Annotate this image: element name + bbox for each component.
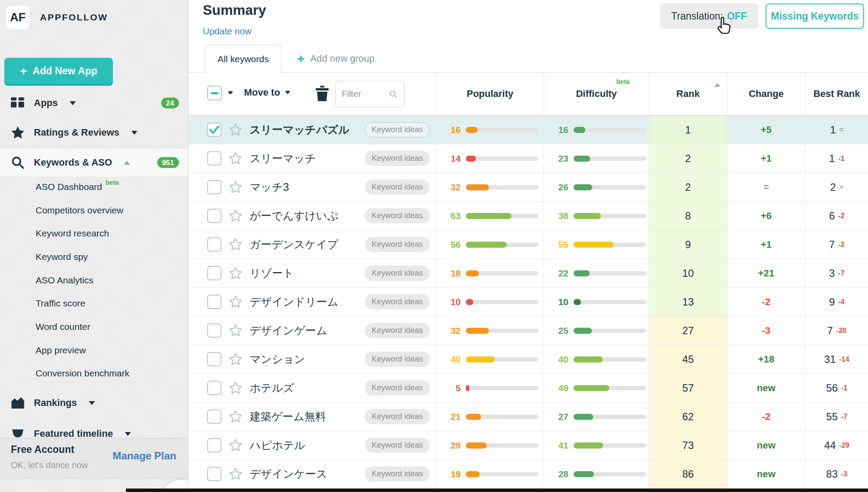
popularity-value: 10	[441, 297, 461, 307]
row-checkbox[interactable]	[207, 151, 221, 166]
apps-count-badge: 24	[161, 98, 179, 109]
submenu-item-app-preview[interactable]: App preview	[36, 339, 183, 362]
submenu-item-aso-analytics[interactable]: ASO Analytics	[36, 269, 183, 292]
popularity-bar	[466, 300, 538, 304]
popularity-value: 32	[441, 326, 461, 336]
row-checkbox[interactable]	[207, 209, 221, 223]
submenu-item-word-counter[interactable]: Word counter	[36, 315, 183, 339]
best-rank-value: 2	[830, 181, 836, 193]
keyword-ideas-tag[interactable]: Keyword ideas	[365, 208, 430, 223]
filter-input[interactable]	[342, 89, 383, 99]
submenu-item-traffic-score[interactable]: Traffic score	[36, 292, 183, 315]
keyword-ideas-tag[interactable]: Keyword ideas	[365, 352, 430, 367]
keyword-ideas-tag[interactable]: Keyword ideas	[365, 409, 430, 424]
row-checkbox[interactable]	[207, 467, 221, 481]
delete-button[interactable]	[316, 86, 329, 104]
row-checkbox[interactable]	[207, 438, 221, 452]
sidebar-item-rankings[interactable]: Rankings	[0, 389, 188, 417]
favorite-star-icon[interactable]	[228, 467, 243, 481]
popularity-cell: 32	[436, 173, 544, 201]
table-row: スリーマッチパズルKeyword ideas16161+51=	[188, 116, 868, 144]
best-rank-cell: 1-1	[805, 144, 868, 173]
favorite-star-icon[interactable]	[228, 323, 243, 338]
favorite-star-icon[interactable]	[228, 266, 243, 280]
popularity-cell: 16	[436, 116, 544, 144]
select-all-checkbox[interactable]	[207, 86, 222, 100]
change-cell: -2	[727, 288, 805, 316]
best-rank-value: 1	[829, 153, 835, 165]
favorite-star-icon[interactable]	[228, 180, 243, 194]
row-checkbox[interactable]	[207, 123, 221, 137]
row-checkbox[interactable]	[207, 409, 221, 424]
keyword-ideas-tag[interactable]: Keyword ideas	[365, 323, 430, 338]
tab-all-keywords[interactable]: All keywords	[205, 45, 281, 73]
row-checkbox[interactable]	[207, 323, 221, 338]
submenu-item-conversion-benchmark[interactable]: Conversion benchmark	[36, 362, 183, 386]
keyword-ideas-tag[interactable]: Keyword ideas	[365, 122, 430, 137]
best-rank-value: 7	[829, 239, 835, 251]
move-to-button[interactable]: Move to	[244, 87, 290, 98]
submenu-item-aso-dashboard[interactable]: ASO Dashboardbeta	[36, 175, 183, 199]
best-rank-cell: 31-14	[805, 345, 868, 373]
column-header-popularity[interactable]: Popularity	[436, 73, 544, 115]
keyword-cell: ホテルズKeyword ideas	[188, 374, 436, 402]
popularity-bar-fill	[466, 299, 473, 305]
sidebar-item-keywords-aso[interactable]: Keywords & ASO 951	[0, 149, 188, 176]
submenu-item-keyword-research[interactable]: Keyword research	[36, 222, 183, 245]
row-checkbox[interactable]	[207, 266, 221, 280]
keywords-aso-submenu: ASO DashboardbetaCompetitors overviewKey…	[36, 175, 183, 385]
rank-cell: 73	[649, 431, 727, 459]
beta-tag: beta	[106, 179, 119, 186]
favorite-star-icon[interactable]	[228, 381, 243, 395]
horizontal-scrollbar[interactable]	[126, 489, 868, 492]
difficulty-bar-fill	[574, 442, 603, 449]
sort-ascending-icon	[714, 78, 720, 90]
popularity-value: 63	[441, 211, 461, 221]
select-dropdown-caret-icon[interactable]	[228, 91, 233, 95]
favorite-star-icon[interactable]	[228, 209, 243, 223]
rank-cell: 62	[649, 402, 727, 431]
row-checkbox[interactable]	[207, 352, 221, 366]
favorite-star-icon[interactable]	[228, 237, 243, 252]
column-header-change[interactable]: Change	[727, 73, 805, 115]
keyword-label: ホテルズ	[250, 381, 358, 395]
submenu-item-competitors-overview[interactable]: Competitors overview	[36, 199, 183, 222]
difficulty-bar	[574, 415, 646, 419]
submenu-item-keyword-spy[interactable]: Keyword spy	[36, 245, 183, 269]
keyword-ideas-tag[interactable]: Keyword ideas	[365, 466, 430, 482]
favorite-star-icon[interactable]	[228, 295, 243, 309]
sidebar-item-ratings-reviews[interactable]: Ratings & Reviews	[0, 119, 188, 146]
favorite-star-icon[interactable]	[228, 151, 243, 166]
rank-cell: 45	[649, 345, 727, 373]
favorite-star-icon[interactable]	[228, 409, 243, 424]
column-header-difficulty[interactable]: Difficulty beta	[544, 73, 649, 115]
keyword-ideas-tag[interactable]: Keyword ideas	[365, 266, 430, 281]
translation-state: OFF	[727, 10, 747, 22]
keyword-ideas-tag[interactable]: Keyword ideas	[365, 180, 430, 195]
sidebar-item-apps[interactable]: Apps 24	[0, 89, 188, 117]
row-checkbox[interactable]	[207, 237, 221, 252]
translation-toggle-button[interactable]: Translation: OFF	[660, 3, 758, 29]
row-checkbox[interactable]	[207, 295, 221, 309]
keyword-ideas-tag[interactable]: Keyword ideas	[365, 380, 430, 396]
favorite-star-icon[interactable]	[228, 438, 243, 452]
keyword-ideas-tag[interactable]: Keyword ideas	[365, 438, 430, 453]
keyword-ideas-tag[interactable]: Keyword ideas	[365, 151, 430, 166]
best-rank-delta: -3	[841, 470, 847, 478]
add-new-group-button[interactable]: + Add new group	[297, 45, 375, 73]
column-header-rank[interactable]: Rank	[649, 73, 727, 115]
missing-keywords-button[interactable]: Missing Keywords	[766, 3, 864, 29]
row-checkbox[interactable]	[207, 381, 221, 395]
favorite-star-icon[interactable]	[228, 123, 243, 137]
popularity-value: 16	[441, 125, 461, 135]
row-checkbox[interactable]	[207, 180, 221, 194]
manage-plan-link[interactable]: Manage Plan	[112, 450, 176, 462]
update-now-link[interactable]: Update now	[203, 26, 251, 37]
keyword-ideas-tag[interactable]: Keyword ideas	[365, 237, 430, 252]
brand-logo[interactable]: AF APPFOLLOW	[6, 6, 108, 29]
keyword-ideas-tag[interactable]: Keyword ideas	[365, 294, 430, 309]
star-icon	[10, 125, 26, 140]
favorite-star-icon[interactable]	[228, 352, 243, 366]
column-header-best-rank[interactable]: Best Rank	[805, 73, 868, 115]
add-new-app-button[interactable]: + Add New App	[4, 58, 113, 84]
